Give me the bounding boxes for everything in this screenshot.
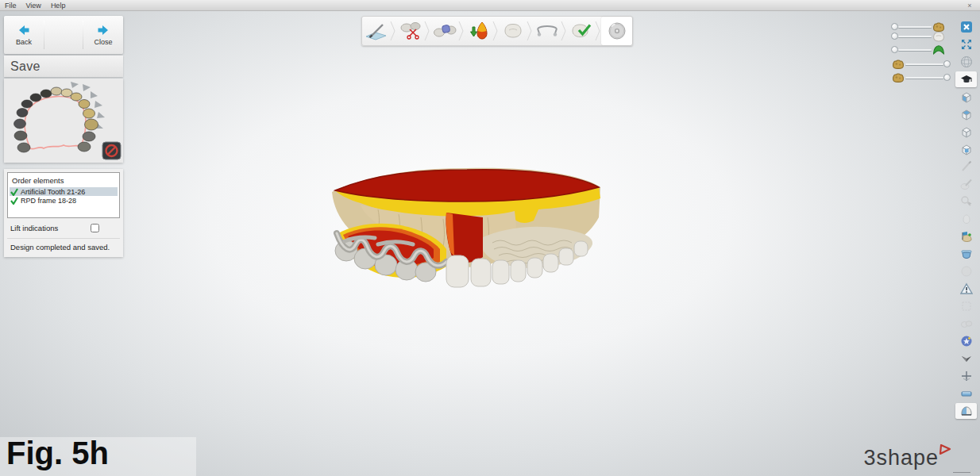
sidebar-frame-box-button [955, 298, 977, 314]
cut-scissors-icon [399, 21, 422, 41]
step-crown[interactable] [499, 17, 527, 45]
menu-view[interactable]: View [21, 0, 46, 11]
globe-icon [960, 56, 973, 68]
sidebar-view-top-button[interactable] [955, 106, 977, 122]
slider-row [891, 58, 951, 70]
back-arrow-icon [17, 25, 30, 36]
check-icon [10, 197, 18, 205]
sidebar-sphere-button [955, 263, 977, 279]
status-text: Design completed and saved. [7, 238, 120, 253]
palate-outline [25, 97, 86, 149]
workflow-toolbar [361, 16, 633, 46]
left-panel: Back Close Save [4, 16, 123, 257]
step-chevron-separator [390, 19, 396, 43]
sidebar-model-compare-button[interactable] [955, 403, 977, 419]
close-button[interactable]: Close [83, 16, 123, 54]
frame-box-icon [960, 300, 973, 313]
order-element-row[interactable]: RPD frame 18-28 [10, 196, 118, 205]
order-element-row[interactable]: Artificial Tooth 21-26 [10, 187, 118, 196]
slider-thumb[interactable] [943, 74, 951, 81]
slider-track[interactable] [898, 26, 932, 28]
order-elements-card: Order elements Artificial Tooth 21-26 RP… [4, 169, 123, 257]
sidebar-tooth-view-button [955, 211, 977, 227]
slider-thumb[interactable] [943, 60, 951, 67]
insertion-direction-icon [467, 21, 491, 41]
probe-teeth-icon [960, 178, 973, 190]
3d-model-canvas[interactable] [326, 162, 605, 295]
sidebar-view-front-button[interactable] [955, 89, 977, 105]
step-save[interactable] [601, 17, 632, 45]
back-button[interactable]: Back [4, 16, 44, 54]
wax-block-icon [433, 21, 457, 41]
sidebar-zoom-fit-button[interactable] [955, 36, 977, 52]
order-element-label: RPD frame 18-28 [21, 197, 76, 205]
step-frame[interactable] [533, 17, 561, 45]
pontic-teeth-icon [960, 317, 973, 330]
slider-track[interactable] [898, 36, 932, 37]
sidebar-globe-button[interactable] [955, 54, 977, 70]
step-chevron-separator [424, 19, 430, 43]
back-label: Back [16, 38, 32, 46]
sidebar-cap-button[interactable] [955, 71, 977, 87]
slider-thumb[interactable] [891, 33, 898, 40]
nav-spacer [44, 16, 83, 54]
sidebar-smile-library-button[interactable] [955, 333, 977, 349]
sidebar-measure-button[interactable] [955, 386, 977, 401]
visibility-sliders [888, 17, 956, 84]
sidebar-pontic-button [955, 316, 977, 332]
slider-track[interactable] [905, 63, 943, 65]
figure-label: Fig. 5h [6, 436, 109, 471]
order-elements-label: Order elements [12, 176, 118, 185]
menu-bar: File View Help × [0, 0, 980, 11]
hide-overlay-button[interactable] [102, 142, 121, 159]
order-elements-box: Order elements Artificial Tooth 21-26 RP… [7, 172, 120, 218]
arrow-down-icon [960, 352, 973, 365]
step-insertion-direction[interactable] [465, 17, 492, 45]
sidebar-view-iso-button[interactable] [955, 124, 977, 140]
step-sculpt[interactable] [362, 17, 390, 45]
cube-top-face-icon [960, 108, 973, 121]
slider-track[interactable] [898, 49, 932, 51]
tooth-approved-icon [569, 21, 593, 41]
sidebar-articulator-button[interactable] [955, 246, 977, 262]
panel-title-text: Save [10, 60, 41, 74]
slider-row [891, 71, 951, 83]
expand-arrows-icon [960, 38, 973, 51]
step-chevron-separator [595, 19, 601, 43]
pointer-magnifier-icon [960, 195, 973, 208]
cube-front-face-icon [960, 90, 973, 103]
lift-indications-row: Lift indications [7, 224, 120, 232]
lift-indications-label: Lift indications [10, 224, 58, 232]
slider-thumb[interactable] [891, 23, 898, 30]
model-compare-icon [960, 405, 973, 417]
sidebar-warnings-button[interactable] [955, 281, 977, 297]
step-cut[interactable] [396, 17, 424, 45]
save-disc-icon [605, 21, 629, 41]
arch-overview-thumbnail [4, 79, 123, 163]
sidebar-arrow-down-button[interactable] [955, 351, 977, 367]
step-wax[interactable] [430, 17, 458, 45]
blue-x-icon [960, 21, 973, 33]
menu-file[interactable]: File [0, 0, 21, 11]
slider-track[interactable] [905, 77, 943, 79]
sidebar-blue-x-button[interactable] [955, 19, 977, 35]
sidebar-cross-section-button[interactable] [955, 228, 977, 244]
step-chevron-separator [492, 19, 499, 43]
brand-triangle-icon [939, 444, 951, 455]
sidebar-inspect-button [955, 194, 977, 209]
sculpt-pen-icon [365, 21, 388, 41]
menu-help[interactable]: Help [46, 0, 71, 11]
step-approve[interactable] [567, 17, 595, 45]
window-close-icon[interactable]: × [964, 1, 975, 10]
bar-frame-icon [535, 21, 559, 41]
dental-arch-map [4, 79, 123, 163]
sidebar-probe-teeth-button [955, 176, 977, 192]
step-chevron-separator [561, 19, 567, 43]
panel-title: Save [4, 56, 123, 77]
lift-indications-checkbox[interactable] [91, 224, 99, 232]
sidebar-axes-button[interactable] [955, 368, 977, 384]
sidebar-view-focus-button[interactable] [955, 141, 977, 157]
close-label: Close [94, 38, 112, 46]
step-chevron-separator [458, 19, 465, 43]
slider-thumb[interactable] [891, 46, 898, 53]
